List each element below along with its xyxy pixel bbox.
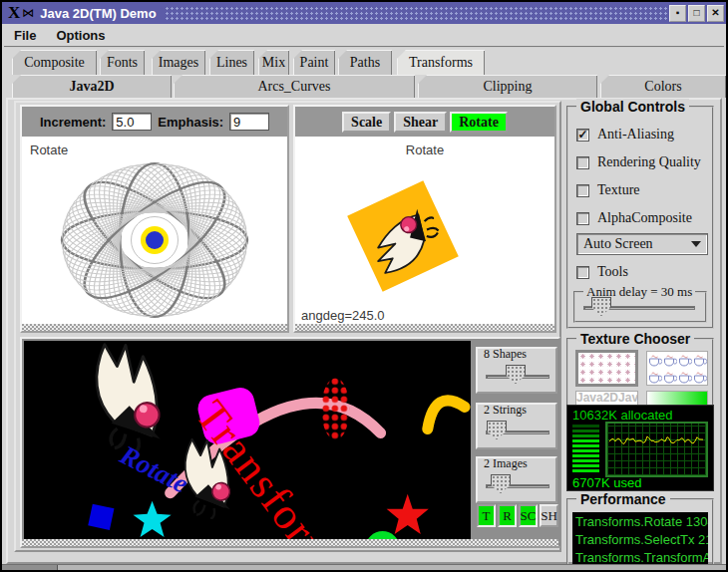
app-window: X ⋈ Java 2D(TM) Demo ▪ □ ✕ File Options … (0, 0, 728, 572)
tab-mix[interactable]: Mix (258, 50, 289, 75)
tab-fonts[interactable]: Fonts (100, 50, 145, 75)
rotate-text: Rotate (115, 439, 193, 499)
maximize-button[interactable]: □ (688, 5, 705, 22)
blue-square-shape (88, 504, 114, 530)
toggle-shear[interactable]: SH (540, 504, 558, 527)
canvas-dither-border (22, 539, 558, 546)
transform-toggle-row: T R SC SH (477, 504, 558, 527)
performance-line: Transforms.Rotate 1304 (575, 514, 708, 529)
window-title: Java 2D(TM) Demo (40, 6, 156, 21)
menu-options[interactable]: Options (46, 26, 115, 45)
panel-dither-border (22, 324, 287, 331)
rotated-duke-image (347, 180, 459, 292)
title-bar[interactable]: X ⋈ Java 2D(TM) Demo ▪ □ ✕ (2, 2, 726, 24)
anim-delay-group: Anim delay = 30 ms (573, 291, 707, 323)
global-controls-panel: Global Controls ✓ Anti-Aliasing ✓ Render… (566, 106, 714, 329)
performance-line: Transforms.SelectTx 21 (575, 532, 708, 547)
tab-java2d[interactable]: Java2D (12, 75, 172, 98)
transform-canvas: Rotate (297, 139, 552, 306)
memory-monitor: 10632K allocated 6707K used (566, 405, 714, 491)
close-button[interactable]: ✕ (707, 5, 724, 22)
window-resize-bar[interactable] (2, 564, 726, 570)
transform-canvas-label: Rotate (406, 143, 444, 157)
performance-panel: Performance Transforms.Rotate 1304 Trans… (566, 498, 714, 568)
tab-composite[interactable]: Composite (12, 50, 97, 75)
texture-text-line: Java2DJava (576, 392, 637, 405)
tab-arcs-curves[interactable]: Arcs_Curves (174, 75, 415, 98)
chevron-down-icon (691, 241, 701, 247)
menu-bar: File Options (4, 24, 724, 48)
memory-usage-bars (572, 425, 599, 472)
checkbox-icon: ✓ (576, 212, 589, 225)
rotate-demo-toolbar: Increment: 5.0 Emphasis: 9 (22, 107, 287, 137)
tab-paths[interactable]: Paths (338, 50, 392, 75)
anim-delay-thumb[interactable] (591, 297, 611, 316)
increment-field[interactable]: 5.0 (112, 113, 152, 131)
scale-button[interactable]: Scale (342, 112, 391, 133)
shear-button[interactable]: Shear (394, 112, 447, 133)
rendering-quality-label: Rendering Quality (597, 154, 701, 170)
texture-checkbox[interactable]: ✓ Texture (576, 181, 640, 199)
texture-swatch-stars[interactable] (575, 350, 638, 387)
toggle-rotate[interactable]: R (498, 504, 517, 527)
strings-slider-label: 2 Strings (484, 403, 527, 418)
animation-section: Transform Rotate 8 Shapes 2 Strings 2 Im… (20, 337, 560, 548)
strings-slider-thumb[interactable] (487, 421, 507, 439)
checkbox-icon: ✓ (576, 129, 589, 142)
rotate-demo-panel: Increment: 5.0 Emphasis: 9 Rotate (20, 105, 289, 333)
shapes-slider-box: 8 Shapes (476, 347, 557, 394)
menu-file[interactable]: File (4, 26, 46, 45)
toggle-translate[interactable]: T (477, 504, 496, 527)
spirograph-canvas (22, 139, 287, 328)
rotate-button[interactable]: Rotate (450, 112, 508, 133)
toggle-scale[interactable]: SC (519, 504, 538, 527)
tools-checkbox[interactable]: ✓ Tools (576, 263, 628, 281)
resize-grip[interactable] (2, 565, 58, 571)
panel-dither-border (295, 324, 554, 331)
shapes-slider-thumb[interactable] (506, 365, 526, 384)
tab-lines[interactable]: Lines (209, 50, 254, 75)
transform-demo-panel: Scale Shear Rotate Rotate angdeg=245.0 (293, 105, 556, 333)
texture-chooser-title: Texture Chooser (576, 331, 694, 347)
tab-colors[interactable]: Colors (600, 75, 726, 98)
images-slider-thumb[interactable] (491, 474, 511, 493)
yellow-arc-shape (428, 401, 465, 429)
memory-history-graph (605, 422, 708, 477)
emphasis-field[interactable]: 9 (229, 113, 269, 131)
animation-canvas: Transform Rotate (24, 341, 471, 539)
screen-select-value: Auto Screen (583, 236, 653, 252)
texture-swatch-cups[interactable] (646, 351, 708, 386)
performance-log: Transforms.Rotate 1304 Transforms.Select… (572, 512, 708, 570)
tab-paint[interactable]: Paint (293, 50, 335, 75)
antialiasing-checkbox[interactable]: ✓ Anti-Aliasing (576, 126, 674, 143)
shapes-slider-label: 8 Shapes (484, 347, 527, 362)
memory-allocated-label: 10632K allocated (572, 408, 672, 423)
memory-used-label: 6707K used (572, 475, 641, 490)
performance-line: Transforms.TransformA (575, 550, 708, 565)
texture-label: Texture (597, 182, 640, 198)
alphacomposite-checkbox[interactable]: ✓ AlphaComposite (576, 209, 692, 227)
tab-clipping[interactable]: Clipping (418, 75, 597, 98)
spirograph-center (132, 217, 179, 264)
emphasis-label: Emphasis: (158, 115, 223, 130)
transform-demo-toolbar: Scale Shear Rotate (295, 107, 554, 137)
antialiasing-label: Anti-Aliasing (597, 127, 674, 143)
images-slider-box: 2 Images (476, 456, 557, 503)
angdeg-status: angdeg=245.0 (301, 308, 385, 323)
global-controls-title: Global Controls (576, 99, 689, 115)
checkbox-icon: ✓ (576, 156, 589, 169)
increment-label: Increment: (40, 115, 106, 130)
rendering-quality-checkbox[interactable]: ✓ Rendering Quality (576, 153, 701, 171)
images-slider-label: 2 Images (484, 456, 528, 471)
green-circle-shape (366, 531, 400, 539)
red-dotted-ellipse-shape (321, 378, 349, 439)
screen-select-dropdown[interactable]: Auto Screen (576, 233, 708, 255)
minimize-button[interactable]: ▪ (669, 5, 686, 22)
tab-transforms[interactable]: Transforms (397, 50, 485, 75)
animation-controls: 8 Shapes 2 Strings 2 Images T R SC SH (473, 339, 560, 546)
red-star-shape (387, 494, 429, 534)
tab-images[interactable]: Images (152, 50, 205, 75)
titlebar-pattern (165, 6, 667, 20)
alphacomposite-label: AlphaComposite (597, 210, 692, 226)
checkbox-icon: ✓ (576, 184, 589, 197)
